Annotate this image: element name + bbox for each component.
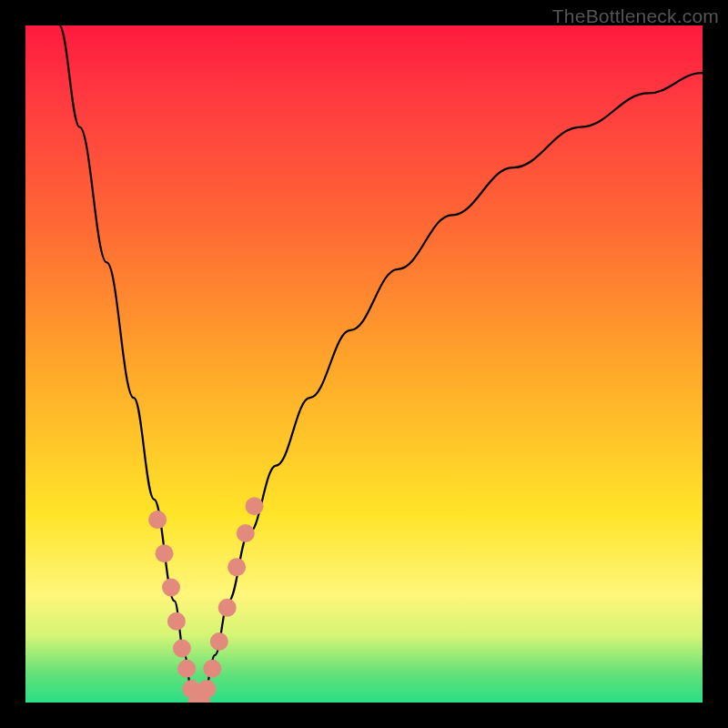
chart-frame: TheBottleneck.com xyxy=(0,0,728,728)
watermark-text: TheBottleneck.com xyxy=(552,5,719,27)
highlight-dot xyxy=(210,632,228,651)
highlight-dot xyxy=(156,544,174,562)
highlight-dot xyxy=(197,680,216,698)
highlight-dot xyxy=(173,640,191,658)
highlight-dot xyxy=(218,599,237,617)
highlight-dot xyxy=(148,511,167,529)
chart-svg xyxy=(25,25,703,703)
highlight-dot xyxy=(167,612,186,631)
highlight-dots xyxy=(148,497,263,703)
highlight-dot xyxy=(162,579,180,597)
highlight-dot xyxy=(246,497,264,515)
highlight-dot xyxy=(177,660,196,678)
chart-plot-area xyxy=(25,25,703,703)
highlight-dot xyxy=(203,660,221,678)
highlight-dot xyxy=(228,558,246,576)
bottleneck-curve xyxy=(59,25,703,703)
highlight-dot xyxy=(237,524,255,542)
